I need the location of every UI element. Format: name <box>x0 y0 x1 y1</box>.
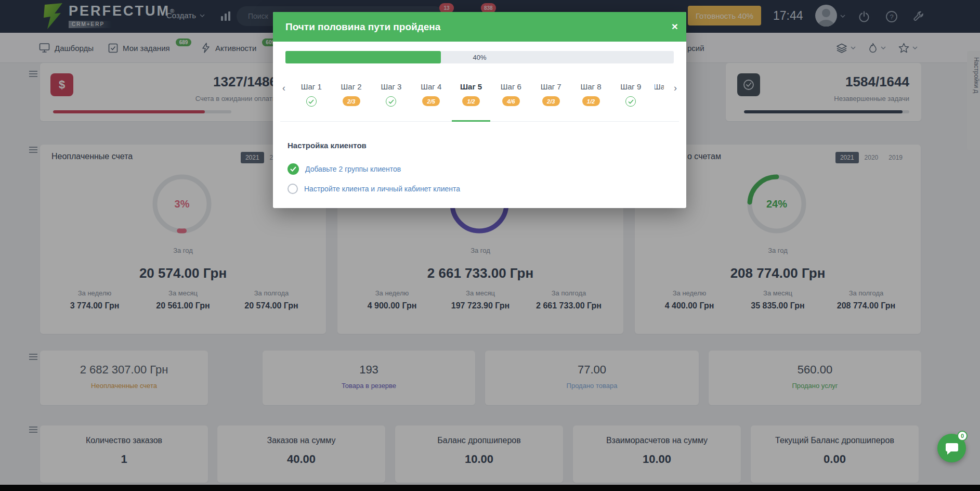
step-done-check-icon <box>306 96 317 107</box>
modal-title: Почти половина пути пройдена <box>285 21 440 33</box>
checklist-link: Добавьте 2 группы клиентов <box>305 165 401 173</box>
step-8[interactable]: Шаг 8 1/2 <box>575 82 607 121</box>
checklist-link: Настройте клиента и личный кабинет клиен… <box>304 185 460 193</box>
step-2[interactable]: Шаг 2 2/3 <box>335 82 368 121</box>
step-3[interactable]: Шаг 3 <box>375 82 407 121</box>
close-icon[interactable]: × <box>672 20 678 33</box>
chat-unread-badge: 0 <box>957 431 968 441</box>
step-5-active[interactable]: Шаг 5 1/2 <box>455 82 487 121</box>
step-done-check-icon <box>386 96 396 107</box>
step-1[interactable]: Шаг 1 <box>295 82 328 121</box>
step-fraction-badge: 1/2 <box>582 96 600 106</box>
step-fraction-badge: 2/5 <box>422 96 440 106</box>
step-9[interactable]: Шаг 9 <box>615 82 647 121</box>
step-fraction-badge: 4/6 <box>502 96 520 106</box>
step-fraction-badge: 2/3 <box>343 96 360 106</box>
onboarding-modal: Почти половина пути пройдена × 40% ‹ Шаг… <box>273 12 686 208</box>
onboarding-progress-bar: 40% <box>285 51 674 63</box>
progress-percent-label: 40% <box>285 51 674 63</box>
step-4[interactable]: Шаг 4 2/5 <box>415 82 447 121</box>
steps-carousel: ‹ Шаг 1 Шаг 2 2/3 Шаг 3 Шаг 4 2/5 Шаг 5 … <box>280 82 679 122</box>
checklist-item-done[interactable]: Добавьте 2 группы клиентов <box>288 163 401 175</box>
steps-prev-icon[interactable]: ‹ <box>280 82 288 121</box>
step-fraction-badge: 2/3 <box>542 96 560 106</box>
step-7[interactable]: Шаг 7 2/3 <box>535 82 567 121</box>
step-6[interactable]: Шаг 6 4/6 <box>495 82 527 121</box>
step-done-check-icon <box>625 96 636 107</box>
step-10-clipped[interactable]: Ша <box>655 82 664 121</box>
step-fraction-badge: 1/2 <box>462 96 480 106</box>
checklist-item-todo[interactable]: Настройте клиента и личный кабинет клиен… <box>288 183 460 195</box>
circle-empty-icon <box>288 184 298 194</box>
check-circle-filled-icon <box>288 163 299 175</box>
chat-bubble-icon <box>945 442 959 455</box>
modal-section-title: Настройка клиентов <box>288 141 367 150</box>
steps-next-icon[interactable]: › <box>672 82 679 121</box>
modal-header: Почти половина пути пройдена <box>273 12 686 42</box>
